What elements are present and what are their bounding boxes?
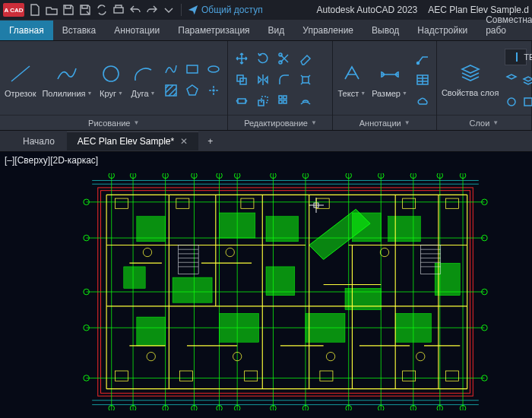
doctab-add[interactable]: + [200, 132, 220, 150]
panel-layers: Свойства слоя TEX [437, 41, 532, 130]
svg-point-3 [208, 66, 219, 72]
app-name: Autodesk AutoCAD 2023 [317, 5, 418, 15]
tab-view[interactable]: Вид [259, 21, 294, 40]
tool-polyline-label: Полилиния▼ [42, 89, 92, 98]
sync-icon[interactable] [96, 4, 108, 16]
mirror-icon[interactable] [254, 71, 272, 89]
layer-tool-2-icon[interactable] [521, 70, 532, 88]
svg-rect-10 [302, 77, 309, 83]
plot-icon[interactable] [112, 4, 125, 16]
polyline-icon [54, 62, 80, 86]
svg-point-112 [226, 248, 234, 256]
titlebar: A CAD Общий доступ Autodesk AutoCAD 2023… [0, 0, 532, 20]
saveas-icon[interactable] [79, 4, 91, 16]
viewport[interactable]: [–][Сверху][2D-каркас] [0, 152, 532, 418]
layer-state-row[interactable]: TEX [505, 49, 527, 65]
arc-icon [130, 62, 156, 86]
undo-icon[interactable] [129, 4, 141, 16]
cloud-icon[interactable] [413, 92, 432, 110]
rotate-icon[interactable] [254, 49, 272, 68]
line-icon [8, 62, 33, 86]
panel-draw-title[interactable]: Рисование▼ [0, 115, 227, 130]
tool-line-label: Отрезок [5, 89, 36, 98]
erase-icon[interactable] [296, 49, 315, 68]
tab-parametric[interactable]: Параметризация [169, 21, 258, 40]
new-icon[interactable] [29, 4, 41, 16]
doctab-file[interactable]: AEC Plan Elev Sample* ✕ [67, 131, 198, 150]
fillet-icon[interactable] [275, 71, 293, 89]
share-label: Общий доступ [201, 5, 263, 15]
open-icon[interactable] [46, 4, 58, 16]
table-icon[interactable] [413, 71, 432, 89]
layer-name-label: TEX [524, 52, 532, 62]
save-icon[interactable] [62, 4, 74, 16]
offset-icon[interactable] [296, 92, 315, 110]
svg-rect-106 [180, 371, 193, 381]
tab-insert[interactable]: Вставка [53, 21, 106, 40]
tool-arc-label: Дуга▼ [131, 89, 155, 98]
floor-plan [8, 173, 524, 410]
lock-icon [516, 52, 518, 62]
panel-anno-title[interactable]: Аннотации▼ [333, 115, 435, 130]
tool-arc[interactable]: Дуга▼ [130, 62, 156, 98]
trim-icon[interactable] [275, 49, 293, 68]
tab-home[interactable]: Главная [0, 21, 53, 40]
panel-layers-title[interactable]: Слои▼ [437, 115, 531, 130]
copy-icon[interactable] [233, 71, 251, 89]
tab-annotate[interactable]: Аннотации [105, 21, 169, 40]
point-icon[interactable] [204, 81, 223, 100]
tool-line[interactable]: Отрезок [5, 62, 36, 98]
rectangle-icon[interactable] [183, 60, 201, 78]
svg-point-114 [147, 352, 155, 360]
viewport-controls[interactable]: [–][Сверху][2D-каркас] [5, 155, 98, 166]
spline-icon[interactable] [162, 60, 180, 78]
drawing-canvas[interactable] [8, 173, 524, 410]
svg-rect-100 [176, 198, 189, 208]
tab-output[interactable]: Вывод [363, 21, 408, 40]
leader-icon[interactable] [413, 49, 432, 68]
svg-rect-0 [114, 8, 123, 13]
tool-text-label: Текст▼ [337, 89, 366, 98]
tab-manage[interactable]: Управление [293, 21, 363, 40]
redo-icon[interactable] [146, 4, 158, 16]
close-icon[interactable]: ✕ [180, 136, 188, 147]
svg-rect-110 [445, 371, 458, 381]
svg-rect-104 [445, 198, 458, 208]
doctab-start[interactable]: Начало [12, 132, 65, 150]
svg-point-117 [416, 352, 425, 360]
tool-polyline[interactable]: Полилиния▼ [42, 62, 92, 98]
ellipse-icon[interactable] [204, 60, 223, 78]
edit-small-tools [233, 49, 315, 110]
tool-circle[interactable]: Круг▼ [98, 62, 124, 98]
stretch-icon[interactable] [233, 92, 251, 110]
tab-addins[interactable]: Надстройки [408, 21, 477, 40]
panel-edit-title[interactable]: Редактирование▼ [228, 115, 332, 130]
tool-layer-props[interactable]: Свойства слоя [442, 61, 499, 97]
text-icon [339, 62, 365, 86]
tool-text[interactable]: Текст▼ [337, 62, 366, 98]
qat-dropdown-icon[interactable] [163, 4, 175, 16]
app-logo[interactable]: A CAD [3, 3, 24, 17]
document-tabs: Начало AEC Plan Elev Sample* ✕ + [0, 131, 532, 152]
explode-icon[interactable] [296, 71, 315, 89]
layer-tool-1-icon[interactable] [505, 70, 518, 88]
separator [181, 4, 182, 16]
svg-rect-99 [115, 198, 128, 208]
polygon-icon[interactable] [183, 81, 201, 100]
layer-tool-5-icon[interactable] [505, 93, 518, 111]
svg-rect-85 [137, 317, 166, 346]
share-button[interactable]: Общий доступ [188, 5, 263, 15]
panel-draw: Отрезок Полилиния▼ Круг▼ Дуга▼ [0, 41, 228, 130]
array-icon[interactable] [275, 92, 293, 110]
hatch-icon[interactable] [162, 81, 180, 100]
scale-icon[interactable] [254, 92, 272, 110]
svg-rect-17 [283, 100, 287, 103]
tool-dimension[interactable]: Размер▼ [372, 62, 407, 98]
svg-point-18 [416, 62, 419, 64]
tab-collab[interactable]: Совместная рабо [477, 10, 532, 40]
svg-rect-101 [241, 198, 254, 208]
layer-tool-6-icon[interactable] [521, 93, 532, 111]
doctab-file-label: AEC Plan Elev Sample* [78, 136, 174, 147]
move-icon[interactable] [233, 49, 251, 68]
svg-point-113 [380, 248, 388, 256]
